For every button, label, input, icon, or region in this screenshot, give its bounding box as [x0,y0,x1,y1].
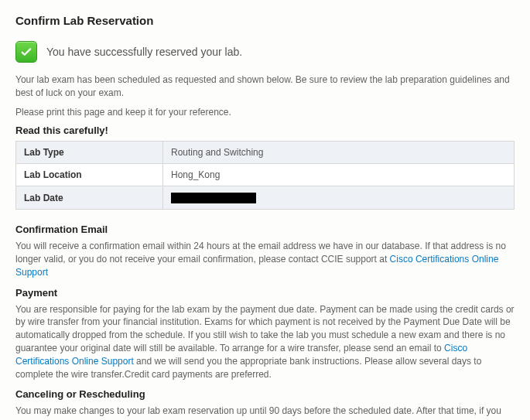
detail-value: Routing and Switching [163,142,515,164]
payment-text-before: You are responsible for paying for the l… [15,304,515,353]
success-banner: You have successfully reserved your lab. [15,41,515,63]
intro-text-1: Your lab exam has been scheduled as requ… [15,73,515,100]
checkmark-icon [15,41,37,63]
cancel-text: You may make changes to your lab exam re… [15,405,515,420]
page-title: Confirm Lab Reservation [15,14,515,27]
redacted-block [171,193,256,203]
detail-value-redacted [163,186,515,210]
payment-heading: Payment [15,287,515,299]
reservation-details-table: Lab Type Routing and Switching Lab Locat… [15,141,515,210]
detail-value: Hong_Kong [163,164,515,186]
confirmation-email-heading: Confirmation Email [15,224,515,235]
detail-label: Lab Location [16,164,163,186]
detail-label: Lab Date [16,186,163,210]
read-carefully-heading: Read this carefully! [15,125,515,136]
detail-label: Lab Type [16,142,163,164]
payment-text: You are responsible for paying for the l… [15,303,515,381]
table-row: Lab Type Routing and Switching [16,142,515,164]
intro-text-2: Please print this page and keep it for y… [15,106,515,119]
cancel-heading: Canceling or Rescheduling [15,388,515,400]
table-row: Lab Date [16,186,515,210]
confirmation-email-text: You will receive a confirmation email wi… [15,240,515,278]
table-row: Lab Location Hong_Kong [16,164,515,186]
success-message: You have successfully reserved your lab. [46,46,242,58]
